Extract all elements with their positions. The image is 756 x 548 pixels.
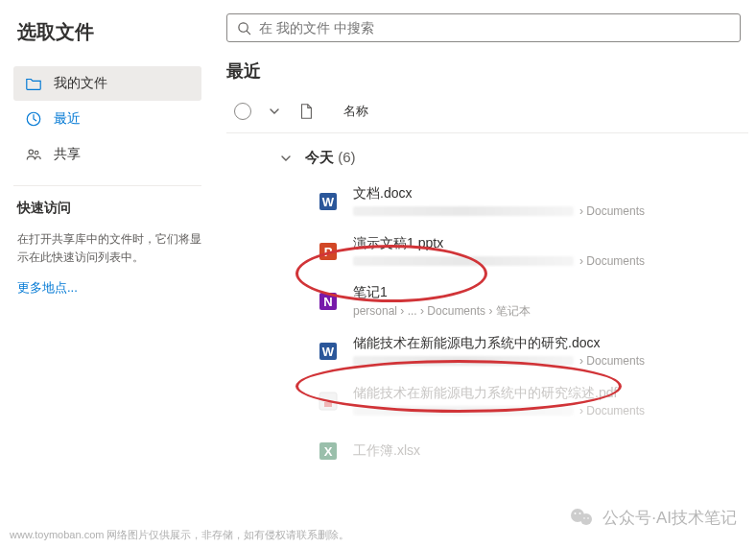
pdf-icon — [317, 390, 340, 413]
quick-access-title: 快速访问 — [13, 200, 201, 217]
more-locations-link[interactable]: 更多地点... — [13, 279, 201, 297]
footer-text: www.toymoban.com 网络图片仅供展示，非存储，如有侵权请联系删除。 — [10, 528, 349, 542]
onenote-icon: N — [317, 290, 340, 313]
svg-point-21 — [587, 517, 589, 519]
file-name: 工作簿.xlsx — [353, 442, 748, 460]
file-row[interactable]: W 储能技术在新能源电力系统中的研究.docx › Documents — [226, 326, 748, 376]
file-name: 笔记1 — [353, 284, 748, 301]
svg-point-2 — [35, 151, 38, 155]
search-box[interactable] — [226, 13, 741, 42]
sidebar-item-recent[interactable]: 最近 — [13, 102, 201, 136]
powerpoint-icon: P — [317, 240, 340, 263]
file-path: personal › ... › Documents › 笔记本 — [353, 303, 748, 320]
file-name: 储能技术在新能源电力系统中的研究.docx — [353, 335, 748, 352]
sidebar-item-label: 最近 — [54, 110, 81, 128]
folder-icon — [25, 75, 42, 92]
sidebar-item-shared[interactable]: 共享 — [13, 137, 201, 172]
svg-point-1 — [29, 150, 34, 155]
sidebar-item-label: 共享 — [54, 146, 81, 163]
divider — [13, 185, 201, 186]
svg-point-17 — [580, 513, 592, 525]
watermark-text: 公众号·AI技术笔记 — [602, 507, 737, 529]
chevron-down-icon[interactable] — [269, 106, 280, 117]
word-icon: W — [317, 340, 340, 363]
svg-rect-12 — [319, 393, 337, 410]
file-name: 演示文稿1.pptx — [353, 235, 748, 252]
sidebar-item-label: 我的文件 — [54, 75, 107, 92]
people-icon — [25, 146, 42, 163]
main-panel: 最近 名称 今天 (6) W 文档. — [213, 0, 756, 548]
svg-text:N: N — [323, 295, 332, 309]
chevron-down-icon — [280, 153, 292, 164]
file-row[interactable]: P 演示文稿1.pptx › Documents — [226, 226, 748, 276]
svg-text:W: W — [322, 345, 335, 359]
clock-icon — [25, 110, 42, 128]
svg-point-19 — [579, 512, 581, 514]
svg-text:W: W — [322, 195, 335, 209]
file-path: › Documents — [353, 354, 748, 368]
sidebar: 选取文件 我的文件 最近 共享 快速访问 在打开共享库中的文件时，它们将显示在此… — [0, 0, 213, 548]
word-icon: W — [317, 190, 340, 213]
file-name: 文档.docx — [353, 185, 748, 203]
file-row[interactable]: X 工作簿.xlsx — [226, 426, 748, 476]
search-icon — [237, 21, 251, 36]
file-type-icon — [297, 102, 317, 121]
search-input[interactable] — [259, 20, 730, 36]
column-header-name[interactable]: 名称 — [343, 103, 368, 120]
group-label: 今天 (6) — [305, 149, 356, 167]
group-today[interactable]: 今天 (6) — [226, 133, 748, 177]
watermark: 公众号·AI技术笔记 — [568, 504, 737, 531]
file-name: 储能技术在新能源电力系统中的研究综述.pdf — [353, 385, 748, 402]
svg-point-3 — [239, 22, 248, 31]
file-row[interactable]: 储能技术在新能源电力系统中的研究综述.pdf › Documents — [226, 376, 748, 426]
file-path: › Documents — [353, 254, 748, 268]
list-header: 名称 — [226, 94, 748, 133]
file-row[interactable]: N 笔记1 personal › ... › Documents › 笔记本 — [226, 276, 748, 326]
svg-text:X: X — [324, 444, 333, 459]
section-title: 最近 — [226, 60, 748, 83]
svg-point-18 — [575, 512, 577, 514]
select-all-toggle[interactable] — [234, 103, 251, 120]
svg-point-20 — [583, 517, 585, 519]
wechat-icon — [568, 504, 595, 531]
file-row[interactable]: W 文档.docx › Documents — [226, 177, 748, 226]
svg-text:P: P — [324, 245, 333, 259]
file-path: › Documents — [353, 404, 748, 417]
page-title: 选取文件 — [13, 19, 201, 45]
file-path: › Documents — [353, 204, 748, 218]
sidebar-item-my-files[interactable]: 我的文件 — [13, 66, 201, 101]
svg-rect-13 — [324, 402, 332, 407]
excel-icon: X — [317, 440, 340, 463]
quick-access-description: 在打开共享库中的文件时，它们将显示在此快速访问列表中。 — [13, 230, 201, 266]
